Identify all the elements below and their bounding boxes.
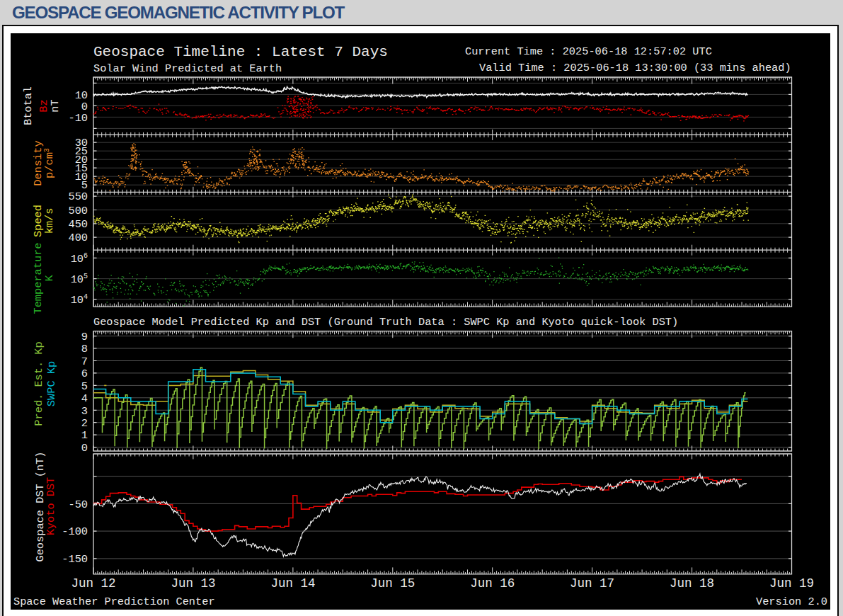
svg-text:Geospace Timeline : Latest 7 D: Geospace Timeline : Latest 7 Days: [93, 44, 388, 60]
svg-text:500: 500: [68, 205, 88, 217]
svg-text:Kyoto DST: Kyoto DST: [45, 477, 57, 536]
svg-text:Current Time : 2025-06-18 12:5: Current Time : 2025-06-18 12:57:02 UTC: [465, 45, 712, 58]
svg-text:Geospace Model Predicted Kp an: Geospace Model Predicted Kp and DST (Gro…: [93, 316, 678, 329]
svg-text:1: 1: [81, 429, 88, 442]
svg-text:400: 400: [68, 232, 88, 244]
svg-text:Jun 16: Jun 16: [470, 576, 515, 591]
svg-text:7: 7: [81, 355, 88, 368]
svg-text:5: 5: [81, 380, 88, 393]
svg-text:8: 8: [81, 343, 88, 355]
svg-text:0: 0: [81, 442, 88, 455]
svg-text:Jun 19: Jun 19: [769, 576, 814, 591]
svg-text:Jun 15: Jun 15: [370, 576, 415, 591]
svg-text:Btotal: Btotal: [22, 86, 35, 125]
svg-text:Version 2.0: Version 2.0: [756, 595, 827, 608]
svg-text:-50: -50: [68, 498, 88, 511]
svg-text:-150: -150: [62, 553, 88, 566]
svg-text:Jun 12: Jun 12: [71, 576, 115, 591]
svg-text:3: 3: [81, 405, 88, 418]
svg-text:Jun 14: Jun 14: [270, 576, 315, 591]
svg-text:Space Weather Prediction Cente: Space Weather Prediction Center: [13, 595, 215, 608]
svg-text:p/cm3: p/cm3: [43, 148, 56, 178]
svg-text:9: 9: [81, 331, 88, 343]
svg-text:Pred. Est. Kp: Pred. Est. Kp: [33, 341, 45, 426]
svg-text:Jun 18: Jun 18: [670, 576, 714, 591]
svg-text:Valid Time : 2025-06-18 13:30:: Valid Time : 2025-06-18 13:30:00 (33 min…: [479, 62, 791, 74]
svg-text:-100: -100: [62, 525, 88, 538]
svg-text:Solar Wind Predicted at Earth: Solar Wind Predicted at Earth: [93, 62, 282, 75]
svg-text:SWPC Kp: SWPC Kp: [45, 361, 58, 406]
svg-text:km/s: km/s: [43, 208, 56, 234]
svg-text:K: K: [43, 275, 56, 282]
svg-text:nT: nT: [49, 99, 62, 112]
svg-text:6: 6: [81, 367, 88, 380]
svg-text:Jun 13: Jun 13: [171, 576, 215, 591]
svg-text:550: 550: [68, 190, 88, 203]
svg-text:2: 2: [81, 417, 88, 430]
svg-text:-10: -10: [68, 112, 88, 125]
svg-text:4: 4: [81, 392, 88, 405]
svg-text:450: 450: [68, 218, 88, 231]
svg-text:Jun 17: Jun 17: [570, 576, 614, 591]
